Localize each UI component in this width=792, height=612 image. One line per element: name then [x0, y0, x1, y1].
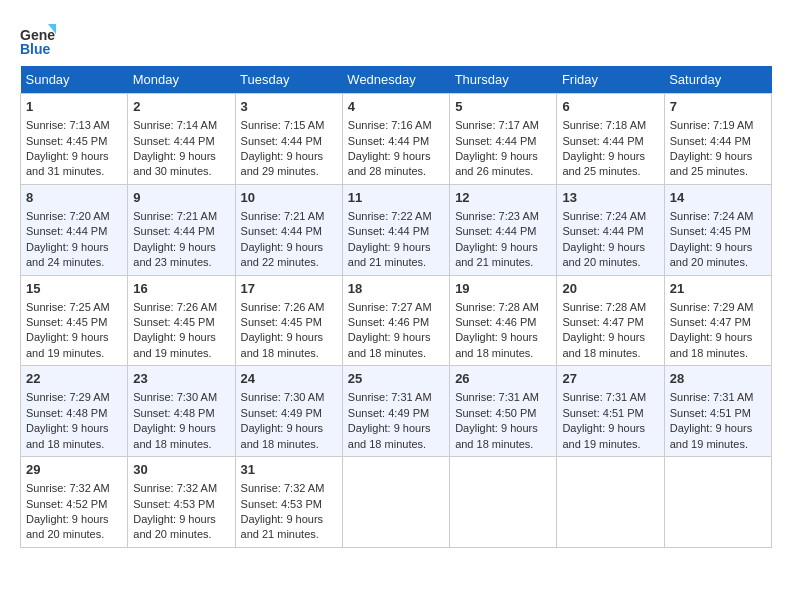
calendar-day-cell: 1Sunrise: 7:13 AMSunset: 4:45 PMDaylight…	[21, 94, 128, 185]
calendar-day-cell: 10Sunrise: 7:21 AMSunset: 4:44 PMDayligh…	[235, 184, 342, 275]
sunset-text: Sunset: 4:44 PM	[670, 135, 751, 147]
daylight-text: Daylight: 9 hours and 20 minutes.	[133, 513, 216, 540]
day-number: 30	[133, 461, 229, 479]
sunset-text: Sunset: 4:44 PM	[455, 135, 536, 147]
calendar-day-cell: 6Sunrise: 7:18 AMSunset: 4:44 PMDaylight…	[557, 94, 664, 185]
daylight-text: Daylight: 9 hours and 20 minutes.	[670, 241, 753, 268]
calendar-week-row: 1Sunrise: 7:13 AMSunset: 4:45 PMDaylight…	[21, 94, 772, 185]
daylight-text: Daylight: 9 hours and 18 minutes.	[562, 331, 645, 358]
sunrise-text: Sunrise: 7:31 AM	[455, 391, 539, 403]
calendar-day-cell: 16Sunrise: 7:26 AMSunset: 4:45 PMDayligh…	[128, 275, 235, 366]
sunrise-text: Sunrise: 7:31 AM	[348, 391, 432, 403]
sunset-text: Sunset: 4:45 PM	[26, 316, 107, 328]
sunrise-text: Sunrise: 7:32 AM	[26, 482, 110, 494]
daylight-text: Daylight: 9 hours and 25 minutes.	[562, 150, 645, 177]
calendar-day-cell: 29Sunrise: 7:32 AMSunset: 4:52 PMDayligh…	[21, 457, 128, 548]
sunrise-text: Sunrise: 7:15 AM	[241, 119, 325, 131]
calendar-day-cell: 24Sunrise: 7:30 AMSunset: 4:49 PMDayligh…	[235, 366, 342, 457]
calendar-body: 1Sunrise: 7:13 AMSunset: 4:45 PMDaylight…	[21, 94, 772, 548]
calendar-day-cell	[450, 457, 557, 548]
daylight-text: Daylight: 9 hours and 18 minutes.	[455, 422, 538, 449]
day-number: 17	[241, 280, 337, 298]
sunrise-text: Sunrise: 7:22 AM	[348, 210, 432, 222]
sunrise-text: Sunrise: 7:14 AM	[133, 119, 217, 131]
daylight-text: Daylight: 9 hours and 20 minutes.	[26, 513, 109, 540]
sunset-text: Sunset: 4:53 PM	[133, 498, 214, 510]
sunrise-text: Sunrise: 7:24 AM	[670, 210, 754, 222]
daylight-text: Daylight: 9 hours and 21 minutes.	[348, 241, 431, 268]
daylight-text: Daylight: 9 hours and 21 minutes.	[241, 513, 324, 540]
daylight-text: Daylight: 9 hours and 23 minutes.	[133, 241, 216, 268]
sunset-text: Sunset: 4:52 PM	[26, 498, 107, 510]
calendar-day-cell: 5Sunrise: 7:17 AMSunset: 4:44 PMDaylight…	[450, 94, 557, 185]
calendar-day-cell: 22Sunrise: 7:29 AMSunset: 4:48 PMDayligh…	[21, 366, 128, 457]
day-number: 22	[26, 370, 122, 388]
sunset-text: Sunset: 4:44 PM	[133, 225, 214, 237]
daylight-text: Daylight: 9 hours and 18 minutes.	[241, 331, 324, 358]
calendar-header-cell: Thursday	[450, 66, 557, 94]
daylight-text: Daylight: 9 hours and 22 minutes.	[241, 241, 324, 268]
day-number: 26	[455, 370, 551, 388]
day-number: 1	[26, 98, 122, 116]
day-number: 14	[670, 189, 766, 207]
daylight-text: Daylight: 9 hours and 26 minutes.	[455, 150, 538, 177]
sunrise-text: Sunrise: 7:17 AM	[455, 119, 539, 131]
sunset-text: Sunset: 4:44 PM	[133, 135, 214, 147]
day-number: 5	[455, 98, 551, 116]
calendar-day-cell	[557, 457, 664, 548]
sunrise-text: Sunrise: 7:16 AM	[348, 119, 432, 131]
calendar-header-cell: Wednesday	[342, 66, 449, 94]
calendar-week-row: 8Sunrise: 7:20 AMSunset: 4:44 PMDaylight…	[21, 184, 772, 275]
daylight-text: Daylight: 9 hours and 20 minutes.	[562, 241, 645, 268]
sunset-text: Sunset: 4:44 PM	[241, 135, 322, 147]
calendar-day-cell: 11Sunrise: 7:22 AMSunset: 4:44 PMDayligh…	[342, 184, 449, 275]
sunset-text: Sunset: 4:53 PM	[241, 498, 322, 510]
sunset-text: Sunset: 4:44 PM	[562, 225, 643, 237]
day-number: 28	[670, 370, 766, 388]
sunset-text: Sunset: 4:50 PM	[455, 407, 536, 419]
day-number: 15	[26, 280, 122, 298]
day-number: 19	[455, 280, 551, 298]
day-number: 24	[241, 370, 337, 388]
sunrise-text: Sunrise: 7:13 AM	[26, 119, 110, 131]
calendar-day-cell	[342, 457, 449, 548]
daylight-text: Daylight: 9 hours and 31 minutes.	[26, 150, 109, 177]
calendar-day-cell: 18Sunrise: 7:27 AMSunset: 4:46 PMDayligh…	[342, 275, 449, 366]
daylight-text: Daylight: 9 hours and 24 minutes.	[26, 241, 109, 268]
daylight-text: Daylight: 9 hours and 29 minutes.	[241, 150, 324, 177]
calendar-day-cell	[664, 457, 771, 548]
daylight-text: Daylight: 9 hours and 21 minutes.	[455, 241, 538, 268]
calendar-day-cell: 20Sunrise: 7:28 AMSunset: 4:47 PMDayligh…	[557, 275, 664, 366]
calendar-day-cell: 19Sunrise: 7:28 AMSunset: 4:46 PMDayligh…	[450, 275, 557, 366]
sunset-text: Sunset: 4:44 PM	[455, 225, 536, 237]
calendar-day-cell: 14Sunrise: 7:24 AMSunset: 4:45 PMDayligh…	[664, 184, 771, 275]
calendar-week-row: 22Sunrise: 7:29 AMSunset: 4:48 PMDayligh…	[21, 366, 772, 457]
daylight-text: Daylight: 9 hours and 19 minutes.	[562, 422, 645, 449]
sunrise-text: Sunrise: 7:19 AM	[670, 119, 754, 131]
sunrise-text: Sunrise: 7:23 AM	[455, 210, 539, 222]
sunset-text: Sunset: 4:47 PM	[562, 316, 643, 328]
calendar-day-cell: 15Sunrise: 7:25 AMSunset: 4:45 PMDayligh…	[21, 275, 128, 366]
day-number: 20	[562, 280, 658, 298]
daylight-text: Daylight: 9 hours and 19 minutes.	[670, 422, 753, 449]
calendar-day-cell: 26Sunrise: 7:31 AMSunset: 4:50 PMDayligh…	[450, 366, 557, 457]
daylight-text: Daylight: 9 hours and 18 minutes.	[241, 422, 324, 449]
calendar-week-row: 15Sunrise: 7:25 AMSunset: 4:45 PMDayligh…	[21, 275, 772, 366]
calendar-day-cell: 23Sunrise: 7:30 AMSunset: 4:48 PMDayligh…	[128, 366, 235, 457]
day-number: 6	[562, 98, 658, 116]
calendar-day-cell: 21Sunrise: 7:29 AMSunset: 4:47 PMDayligh…	[664, 275, 771, 366]
calendar-day-cell: 8Sunrise: 7:20 AMSunset: 4:44 PMDaylight…	[21, 184, 128, 275]
sunset-text: Sunset: 4:49 PM	[348, 407, 429, 419]
sunset-text: Sunset: 4:48 PM	[133, 407, 214, 419]
sunset-text: Sunset: 4:49 PM	[241, 407, 322, 419]
day-number: 25	[348, 370, 444, 388]
calendar-header-cell: Tuesday	[235, 66, 342, 94]
calendar-day-cell: 12Sunrise: 7:23 AMSunset: 4:44 PMDayligh…	[450, 184, 557, 275]
day-number: 31	[241, 461, 337, 479]
calendar-day-cell: 9Sunrise: 7:21 AMSunset: 4:44 PMDaylight…	[128, 184, 235, 275]
sunset-text: Sunset: 4:44 PM	[26, 225, 107, 237]
day-number: 8	[26, 189, 122, 207]
sunrise-text: Sunrise: 7:32 AM	[241, 482, 325, 494]
sunset-text: Sunset: 4:45 PM	[133, 316, 214, 328]
day-number: 10	[241, 189, 337, 207]
